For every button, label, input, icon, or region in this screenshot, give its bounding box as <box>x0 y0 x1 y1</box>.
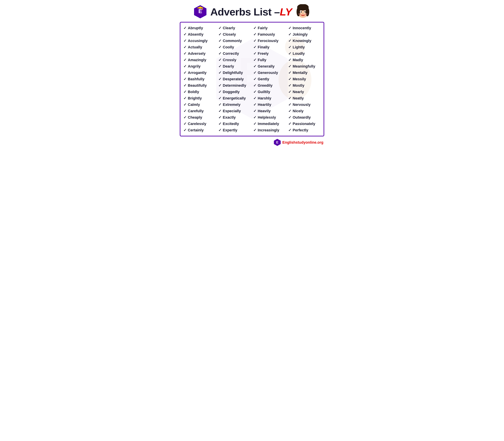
word-label: Harshly <box>258 96 271 100</box>
check-icon: ✓ <box>218 90 221 94</box>
check-icon: ✓ <box>218 32 221 37</box>
word-label: Certainly <box>188 128 204 132</box>
word-label: Fairly <box>258 26 268 30</box>
svg-text:E: E <box>198 8 202 14</box>
word-item: ✓Determinedly <box>217 82 252 89</box>
check-icon: ✓ <box>218 102 221 107</box>
word-label: Generally <box>258 64 274 69</box>
svg-point-5 <box>202 9 203 10</box>
word-label: Generously <box>258 71 278 75</box>
check-icon: ✓ <box>183 109 187 113</box>
check-icon: ✓ <box>183 128 187 132</box>
check-icon: ✓ <box>218 71 221 75</box>
word-item: ✓Beautifully <box>182 82 217 89</box>
word-label: Finally <box>258 45 269 49</box>
word-label: Actually <box>188 45 202 49</box>
word-item: ✓Heartily <box>252 102 287 108</box>
word-item: ✓Madly <box>287 57 322 63</box>
check-icon: ✓ <box>218 45 221 49</box>
check-icon: ✓ <box>218 128 221 132</box>
word-label: Beautifully <box>188 83 207 88</box>
word-label: Neatly <box>293 96 304 100</box>
check-icon: ✓ <box>253 109 256 113</box>
word-label: Passionately <box>293 122 315 126</box>
word-item: ✓Energetically <box>217 95 252 101</box>
word-item: ✓Amazingly <box>182 57 217 63</box>
svg-rect-4 <box>202 8 203 9</box>
svg-point-9 <box>306 7 309 16</box>
word-item: ✓Helplessly <box>252 114 287 120</box>
word-item: ✓Bashfully <box>182 76 217 82</box>
column-2: ✓Clearly✓Closely✓Commonly✓Coolly✓Correct… <box>217 25 252 133</box>
word-item: ✓Boldly <box>182 89 217 95</box>
check-icon: ✓ <box>183 39 187 43</box>
word-label: Brightly <box>188 96 202 100</box>
svg-text:E: E <box>276 141 278 144</box>
word-item: ✓Outwardly <box>287 114 322 120</box>
check-icon: ✓ <box>288 39 291 43</box>
word-item: ✓Harshly <box>252 95 287 101</box>
word-item: ✓Neatly <box>287 95 322 101</box>
word-label: Determinedly <box>223 83 246 88</box>
word-label: Exactly <box>223 115 236 120</box>
svg-point-15 <box>298 13 301 15</box>
word-label: Meaningfully <box>293 64 315 69</box>
check-icon: ✓ <box>183 26 187 30</box>
check-icon: ✓ <box>288 96 291 100</box>
column-4: ✓Innocently✓Jokingly✓Knowingly✓Lightly✓L… <box>287 25 322 133</box>
word-label: Gently <box>258 77 269 81</box>
word-item: ✓Adversely <box>182 50 217 57</box>
word-label: Perfectly <box>293 128 308 132</box>
check-icon: ✓ <box>288 109 291 113</box>
word-item: ✓Clearly <box>217 25 252 31</box>
word-label: Nearly <box>293 90 304 94</box>
word-label: Nicely <box>293 109 304 113</box>
check-icon: ✓ <box>183 51 187 56</box>
word-label: Innocently <box>293 26 311 30</box>
word-item: ✓Closely <box>217 32 252 37</box>
word-item: ✓Cheaply <box>182 114 217 120</box>
word-label: Bashfully <box>188 77 205 81</box>
check-icon: ✓ <box>218 83 221 88</box>
check-icon: ✓ <box>288 32 291 37</box>
word-label: Crossly <box>223 58 236 62</box>
word-label: Correctly <box>223 51 239 56</box>
word-item: ✓Jokingly <box>287 32 322 37</box>
check-icon: ✓ <box>218 58 221 62</box>
word-item: ✓Excitedly <box>217 121 252 127</box>
word-label: Increasingly <box>258 128 279 132</box>
word-label: Famously <box>258 32 275 37</box>
footer-url-text: nglishstudyonline.org <box>285 140 323 144</box>
word-label: Outwardly <box>293 115 311 120</box>
word-label: Angrily <box>188 64 201 69</box>
word-label: Desperately <box>223 77 244 81</box>
word-item: ✓Mentally <box>287 70 322 76</box>
word-item: ✓Loudly <box>287 50 322 57</box>
word-label: Boldly <box>188 90 199 94</box>
word-label: Helplessly <box>258 115 276 120</box>
check-icon: ✓ <box>288 26 291 30</box>
word-item: ✓Finally <box>252 44 287 50</box>
word-item: ✓Perfectly <box>287 127 322 133</box>
check-icon: ✓ <box>218 122 221 126</box>
word-label: Knowingly <box>293 39 311 43</box>
word-item: ✓Carelessly <box>182 121 217 127</box>
word-label: Abruptly <box>188 26 203 30</box>
word-label: Energetically <box>223 96 246 100</box>
check-icon: ✓ <box>253 58 256 62</box>
check-icon: ✓ <box>253 39 256 43</box>
word-label: Jokingly <box>293 32 308 37</box>
svg-point-8 <box>297 7 300 16</box>
word-label: Expertly <box>223 128 237 132</box>
word-item: ✓Carefully <box>182 108 217 114</box>
word-item: ✓Abruptly <box>182 25 217 31</box>
check-icon: ✓ <box>288 64 291 69</box>
word-item: ✓Desperately <box>217 76 252 82</box>
word-label: Freely <box>258 51 269 56</box>
word-label: Mostly <box>293 83 304 88</box>
check-icon: ✓ <box>288 102 291 107</box>
check-icon: ✓ <box>218 64 221 69</box>
check-icon: ✓ <box>288 45 291 49</box>
check-icon: ✓ <box>218 26 221 30</box>
svg-point-14 <box>302 13 304 14</box>
